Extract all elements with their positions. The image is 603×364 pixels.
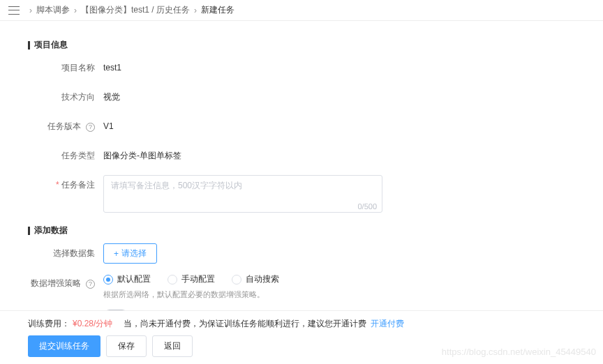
breadcrumb-item[interactable]: 【图像分类】test1 / 历史任务 bbox=[81, 4, 190, 16]
cost-label: 训练费用： bbox=[28, 318, 70, 330]
value-project-name: test1 bbox=[103, 58, 121, 77]
section-add-data: 添加数据 bbox=[28, 225, 603, 236]
chevron-right-icon: › bbox=[29, 6, 32, 15]
footer-bar: 训练费用： ¥0.28/分钟 当 ，尚未开通付费，为保证训练任务能顺利进行，建议… bbox=[0, 310, 603, 364]
char-count: 0/500 bbox=[357, 202, 377, 211]
label-project-name: 项目名称 bbox=[28, 58, 103, 77]
label-task-type: 任务类型 bbox=[28, 146, 103, 165]
label-tech-direction: 技术方向 bbox=[28, 87, 103, 107]
chevron-right-icon: › bbox=[74, 6, 77, 15]
submit-button[interactable]: 提交训练任务 bbox=[28, 335, 100, 357]
radio-auto[interactable]: 自动搜索 bbox=[232, 273, 279, 285]
augment-radio-group: 默认配置 手动配置 自动搜索 bbox=[103, 273, 279, 285]
radio-default[interactable]: 默认配置 bbox=[103, 273, 151, 285]
augment-hint: 根据所选网络，默认配置必要的数据增强策略。 bbox=[103, 289, 279, 300]
value-task-version: V1 bbox=[103, 116, 114, 136]
label-augment: 数据增强策略 ? bbox=[28, 273, 103, 293]
breadcrumb: › 脚本调参 › 【图像分类】test1 / 历史任务 › 新建任务 bbox=[0, 0, 603, 21]
help-icon[interactable]: ? bbox=[86, 280, 95, 289]
value-tech-direction: 视觉 bbox=[103, 87, 120, 107]
chevron-right-icon: › bbox=[194, 6, 197, 15]
help-icon[interactable]: ? bbox=[86, 123, 95, 132]
value-task-type: 图像分类-单图单标签 bbox=[103, 146, 181, 165]
radio-manual[interactable]: 手动配置 bbox=[168, 273, 215, 285]
footer-info-text: ，尚未开通付费，为保证训练任务能顺利进行，建议您开通计费 bbox=[132, 318, 366, 330]
breadcrumb-item[interactable]: 脚本调参 bbox=[36, 4, 70, 16]
back-button[interactable]: 返回 bbox=[152, 335, 193, 357]
menu-icon[interactable] bbox=[8, 6, 20, 15]
label-dataset: 选择数据集 bbox=[28, 243, 103, 263]
label-task-remark: 任务备注 bbox=[28, 175, 103, 195]
section-project-info: 项目信息 bbox=[28, 39, 603, 51]
task-remark-input[interactable] bbox=[103, 175, 382, 213]
save-button[interactable]: 保存 bbox=[106, 335, 147, 357]
cost-price: ¥0.28/分钟 bbox=[73, 318, 112, 330]
breadcrumb-current: 新建任务 bbox=[201, 4, 234, 16]
open-billing-link[interactable]: 开通付费 bbox=[371, 318, 404, 330]
select-dataset-button[interactable]: 请选择 bbox=[103, 243, 157, 264]
label-task-version: 任务版本 ? bbox=[28, 116, 103, 136]
